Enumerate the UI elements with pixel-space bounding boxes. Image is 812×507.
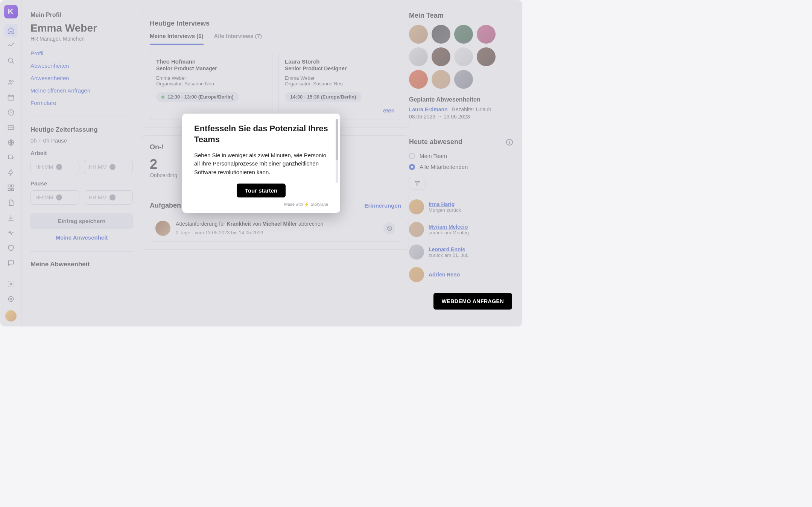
modal-overlay: Entfesseln Sie das Potenzial Ihres Teams… [0, 0, 522, 326]
webdemo-button[interactable]: WEBDEMO ANFRAGEN [433, 293, 512, 310]
modal-body: Sehen Sie in weniger als zwei Minuten, w… [194, 151, 328, 175]
modal-title: Entfesseln Sie das Potenzial Ihres Teams [194, 123, 328, 145]
tour-start-button[interactable]: Tour starten [237, 184, 286, 197]
modal-footer: Made with ⚡ Storylane [194, 202, 328, 207]
modal-scrollbar[interactable] [336, 119, 338, 183]
tour-modal: Entfesseln Sie das Potenzial Ihres Teams… [182, 114, 340, 213]
